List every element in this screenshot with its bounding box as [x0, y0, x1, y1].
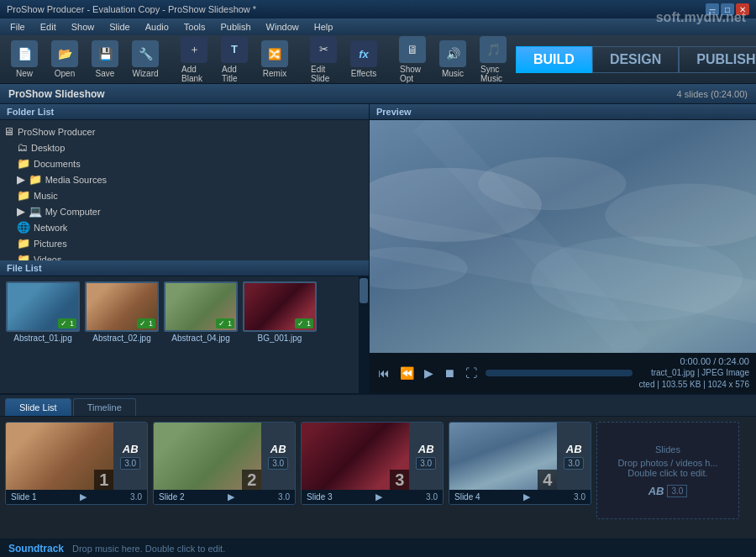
empty-slide-hint: Drop photos / videos h...Double click to…	[617, 458, 717, 478]
publish-mode-button[interactable]: PUBLISH	[679, 46, 756, 73]
stop-button[interactable]: ⏹	[442, 365, 457, 381]
folder-item-network[interactable]: 🌐 Network	[0, 219, 369, 235]
sync-music-button[interactable]: 🎵 Sync Music	[475, 34, 511, 86]
prev-button[interactable]: ⏮	[376, 365, 391, 381]
file-info-1: tract_01.jpg | JPEG Image	[651, 367, 749, 378]
folder-item-music[interactable]: 📁 Music	[0, 187, 369, 203]
file-thumb-bg001[interactable]: ✓ 1 BG_001.jpg	[242, 281, 318, 343]
save-label: Save	[96, 69, 115, 78]
wizard-label: Wizard	[132, 69, 158, 78]
folder-icon-media: ▶ 📁	[17, 173, 42, 186]
play-button[interactable]: ▶	[423, 365, 435, 381]
empty-slide-label: Slides	[655, 444, 680, 455]
add-blank-button[interactable]: ＋ Add Blank	[176, 34, 212, 86]
slide-item-4[interactable]: 4 AB 3.0 Slide 4 ▶ 3.0	[449, 422, 591, 505]
slide-3-play-icon[interactable]: ▶	[375, 491, 382, 502]
slide-2-thumb-img: 2	[154, 423, 261, 490]
effects-label: Effects	[351, 69, 376, 78]
file-grid-scrollbar[interactable]	[359, 276, 369, 394]
effects-button[interactable]: fx Effects	[346, 38, 381, 81]
add-title-icon: T	[221, 36, 248, 63]
folder-item-pictures[interactable]: 📁 Pictures	[0, 235, 369, 251]
slide-1-thumb-img: 1	[6, 423, 113, 490]
slide-item-3[interactable]: 3 AB 3.0 Slide 3 ▶ 3.0	[301, 422, 444, 505]
slide-2-play-icon[interactable]: ▶	[228, 491, 234, 502]
menu-slide[interactable]: Slide	[102, 20, 136, 34]
slide-3-name: Slide 3	[307, 492, 333, 502]
slide-2-ab-icon: AB	[270, 443, 286, 455]
add-title-button[interactable]: T Add Title	[217, 34, 252, 86]
soundtrack-bar[interactable]: Soundtrack Drop music here. Double click…	[0, 539, 756, 557]
project-title-bar: ProShow Slideshow 4 slides (0:24.00)	[0, 84, 756, 104]
slide-3-footer: Slide 3 ▶ 3.0	[302, 490, 443, 504]
folder-item-my-computer[interactable]: ▶ 💻 My Computer	[0, 203, 369, 219]
slide-4-footer: Slide 4 ▶ 3.0	[449, 490, 591, 504]
menu-help[interactable]: Help	[307, 20, 340, 34]
menu-window[interactable]: Window	[260, 20, 306, 34]
content-row: Folder List 🖥 ProShow Producer 🗂 Desktop…	[0, 104, 756, 393]
build-mode-button[interactable]: BUILD	[516, 46, 592, 73]
step-back-button[interactable]: ⏪	[398, 365, 416, 381]
design-mode-button[interactable]: DESIGN	[592, 46, 679, 73]
folder-list[interactable]: 🖥 ProShow Producer 🗂 Desktop 📁 Documents…	[0, 120, 369, 260]
music-button[interactable]: 🔊 Music	[435, 38, 470, 81]
menu-edit[interactable]: Edit	[34, 20, 63, 34]
menu-file[interactable]: File	[3, 20, 32, 34]
wizard-button[interactable]: 🔧 Wizard	[128, 38, 163, 81]
file-thumb-abstract02[interactable]: ✓ 1 Abstract_02.jpg	[84, 281, 160, 343]
folder-icon-desktop: 🗂	[17, 141, 28, 154]
file-name-abstract01: Abstract_01.jpg	[13, 334, 72, 343]
empty-slide-duration: 3.0	[667, 485, 687, 497]
file-thumb-abstract04[interactable]: ✓ 1 Abstract_04.jpg	[163, 281, 239, 343]
menu-publish[interactable]: Publish	[214, 20, 258, 34]
file-check-abstract02: ✓ 1	[137, 318, 155, 328]
file-name-abstract02: Abstract_02.jpg	[92, 334, 151, 343]
new-label: New	[16, 69, 33, 78]
slide-3-ab-icon: AB	[418, 443, 434, 455]
save-icon: 💾	[92, 40, 118, 67]
folder-item-media-sources[interactable]: ▶ 📁 Media Sources	[0, 171, 369, 187]
folder-item-desktop[interactable]: 🗂 Desktop	[0, 139, 369, 155]
file-list-title: File List	[0, 260, 369, 276]
tab-timeline[interactable]: Timeline	[73, 398, 136, 416]
progress-bar[interactable]	[486, 370, 633, 376]
menu-audio[interactable]: Audio	[139, 20, 176, 34]
bottom-area: Slide List Timeline 1 AB 3.0 Slid	[0, 393, 756, 557]
toolbar: 📄 New 📂 Open 💾 Save 🔧 Wizard ＋ Add Blank…	[0, 35, 756, 84]
fullscreen-button[interactable]: ⛶	[464, 365, 479, 381]
show-opt-button[interactable]: 🖥 Show Opt	[395, 34, 430, 86]
edit-slide-label: Edit Slide	[311, 65, 336, 83]
menu-show[interactable]: Show	[65, 20, 102, 34]
minimize-button[interactable]: ─	[706, 3, 719, 15]
save-button[interactable]: 💾 Save	[87, 38, 123, 81]
new-button[interactable]: 📄 New	[7, 38, 42, 81]
slide-1-play-icon[interactable]: ▶	[80, 491, 87, 502]
slide-4-play-icon[interactable]: ▶	[523, 491, 530, 502]
open-button[interactable]: 📂 Open	[47, 38, 82, 81]
slide-item-2[interactable]: 2 AB 3.0 Slide 2 ▶ 3.0	[153, 422, 296, 505]
edit-slide-button[interactable]: ✂ Edit Slide	[306, 34, 341, 86]
folder-item-documents[interactable]: 📁 Documents	[0, 155, 369, 171]
folder-label-videos: Videos	[34, 255, 61, 260]
menu-tools[interactable]: Tools	[177, 20, 213, 34]
folder-item-videos[interactable]: 📁 Videos	[0, 251, 369, 260]
close-button[interactable]: ✕	[736, 3, 749, 15]
slide-1-duration-badge: 3.0	[120, 457, 140, 470]
remix-button[interactable]: 🔀 Remix	[257, 38, 292, 81]
slide-item-1[interactable]: 1 AB 3.0 Slide 1 ▶ 3.0	[5, 422, 148, 505]
window-controls: ─ □ ✕	[706, 3, 749, 15]
slide-1-name: Slide 1	[11, 492, 37, 502]
music-label: Music	[442, 69, 464, 78]
file-thumb-img-bg001: ✓ 1	[243, 281, 317, 332]
slide-list-area[interactable]: 1 AB 3.0 Slide 1 ▶ 3.0	[0, 417, 756, 539]
slide-2-thumb-row: 2 AB 3.0	[154, 423, 295, 490]
maximize-button[interactable]: □	[721, 3, 734, 15]
mode-buttons: BUILD DESIGN PUBLISH	[516, 46, 756, 73]
file-thumb-abstract01[interactable]: ✓ 1 Abstract_01.jpg	[5, 281, 81, 343]
file-list-section: File List ✓ 1 Abstract_01.jpg	[0, 260, 369, 394]
tab-slide-list[interactable]: Slide List	[5, 398, 71, 416]
empty-slide-slot[interactable]: Slides Drop photos / videos h...Double c…	[596, 422, 739, 519]
slide-3-thumb-row: 3 AB 3.0	[302, 423, 443, 490]
soundtrack-hint: Drop music here. Double click to edit.	[72, 544, 225, 554]
folder-item-proshow[interactable]: 🖥 ProShow Producer	[0, 123, 369, 139]
